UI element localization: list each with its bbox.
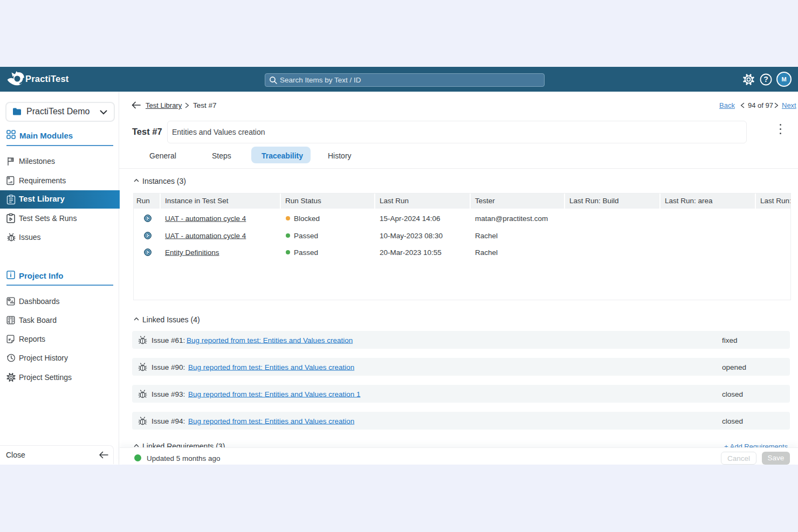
svg-text:?: ? xyxy=(763,75,768,84)
